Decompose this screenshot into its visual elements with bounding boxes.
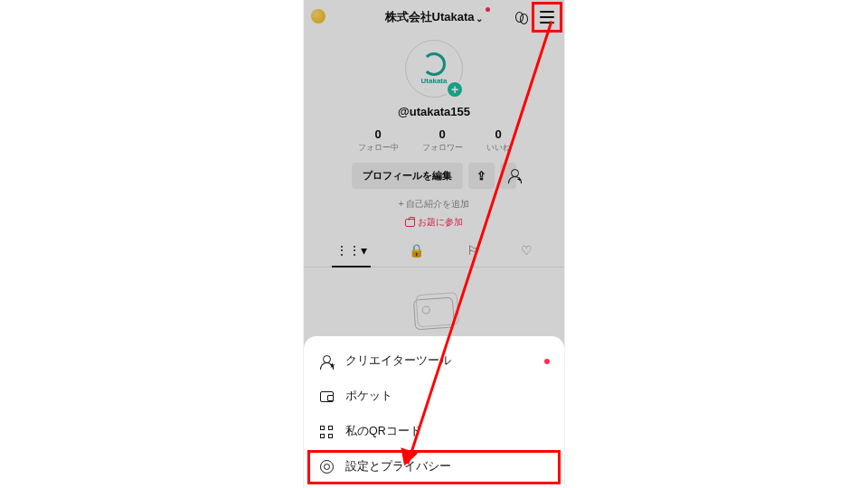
chevron-down-icon: ⌄	[476, 14, 483, 23]
action-row: プロフィールを編集 ⇪ +	[304, 163, 564, 189]
avatar[interactable]: Utakata +	[405, 40, 463, 98]
bottom-sheet: ★ クリエイターツール ポケット 私のQRコード 設定とプライバシー	[304, 336, 564, 488]
avatar-logo-icon	[422, 52, 446, 76]
add-avatar-badge[interactable]: +	[446, 80, 464, 99]
sheet-item-settings[interactable]: 設定とプライバシー	[304, 449, 564, 484]
camera-icon	[405, 219, 415, 227]
hamburger-menu-button[interactable]	[535, 5, 559, 29]
photos-placeholder-icon	[413, 297, 455, 331]
tab-liked[interactable]: ♡	[517, 241, 536, 259]
account-name: 株式会社Utakata	[385, 9, 475, 25]
stats-row: 0 フォロー中 0 フォロワー 0 いいね	[304, 127, 564, 154]
avatar-brand-label: Utakata	[421, 77, 448, 85]
add-friends-button[interactable]: +	[500, 163, 516, 189]
content-tabs: ⋮⋮▾ 🔒 🏳 ♡	[304, 241, 564, 267]
join-topic-link[interactable]: お題に参加	[304, 216, 564, 229]
stat-following-label: フォロー中	[358, 142, 399, 154]
sheet-item-creator-tools[interactable]: ★ クリエイターツール	[304, 343, 564, 379]
gear-icon	[320, 460, 334, 474]
stat-followers[interactable]: 0 フォロワー	[422, 127, 463, 154]
coin-icon[interactable]	[311, 9, 326, 23]
person-star-icon: ★	[320, 355, 333, 368]
qr-icon	[320, 426, 333, 438]
notification-dot	[544, 359, 550, 364]
stat-followers-count: 0	[422, 127, 463, 141]
phone-frame: 株式会社Utakata ⌄ Utakata + @utakata155 0 フォ…	[303, 0, 565, 488]
stat-followers-label: フォロワー	[422, 142, 463, 154]
sheet-item-qr[interactable]: 私のQRコード	[304, 414, 564, 449]
header: 株式会社Utakata ⌄	[304, 0, 564, 34]
sheet-label-pocket: ポケット	[345, 389, 392, 404]
stat-likes-count: 0	[486, 127, 511, 141]
account-switcher[interactable]: 株式会社Utakata ⌄	[385, 9, 484, 25]
profile-section: Utakata + @utakata155 0 フォロー中 0 フォロワー 0 …	[304, 34, 564, 353]
add-bio-hint[interactable]: + 自己紹介を追加	[304, 198, 564, 211]
wallet-icon	[320, 391, 334, 402]
sheet-label-creator-tools: クリエイターツール	[345, 353, 451, 369]
notification-dot	[486, 7, 490, 12]
sheet-item-pocket[interactable]: ポケット	[304, 379, 564, 414]
tab-grid[interactable]: ⋮⋮▾	[332, 241, 371, 259]
username-handle: @utakata155	[304, 105, 564, 118]
tab-repost[interactable]: 🏳	[463, 241, 483, 259]
footprint-icon[interactable]	[514, 9, 530, 25]
stat-likes[interactable]: 0 いいね	[486, 127, 511, 154]
stat-following[interactable]: 0 フォロー中	[358, 127, 399, 154]
sheet-label-qr: 私のQRコード	[345, 424, 421, 439]
join-topic-label: お題に参加	[418, 216, 463, 229]
tab-private[interactable]: 🔒	[405, 241, 428, 259]
edit-profile-button[interactable]: プロフィールを編集	[352, 163, 463, 189]
share-profile-button[interactable]: ⇪	[468, 163, 495, 189]
stat-likes-label: いいね	[486, 142, 511, 154]
stat-following-count: 0	[358, 127, 399, 141]
sheet-label-settings: 設定とプライバシー	[345, 459, 451, 474]
